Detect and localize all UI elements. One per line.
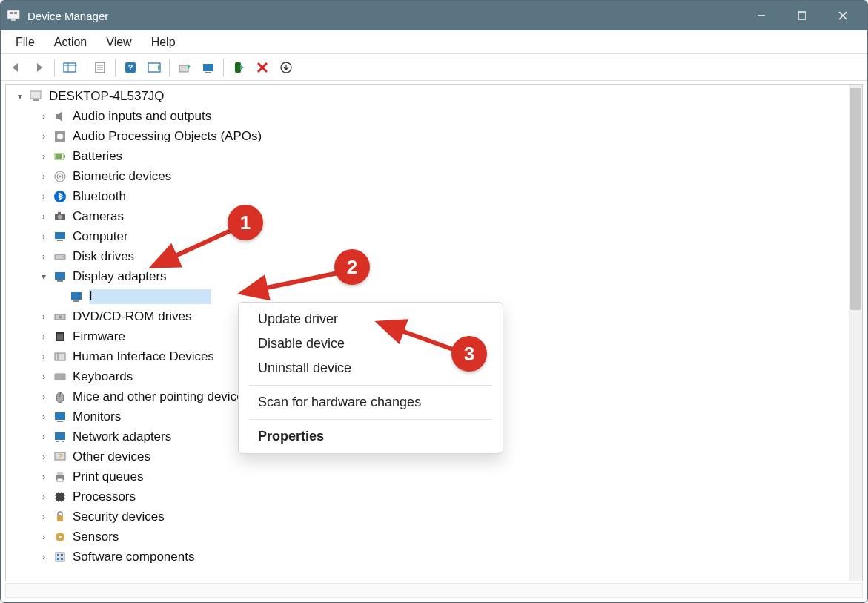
collapse-arrow-icon[interactable]: ▾: [37, 271, 50, 282]
printer-icon: [52, 469, 68, 485]
uninstall-device-button[interactable]: [198, 57, 219, 78]
expand-arrow-icon[interactable]: ›: [37, 352, 50, 362]
svg-rect-27: [33, 99, 39, 101]
expand-arrow-icon[interactable]: ›: [37, 392, 50, 402]
svg-rect-3: [14, 12, 17, 14]
properties-button[interactable]: [90, 57, 110, 78]
expand-arrow-icon[interactable]: ›: [37, 412, 50, 422]
tree-category-label: Print queues: [73, 469, 143, 484]
expand-arrow-icon[interactable]: ›: [37, 332, 50, 342]
back-button[interactable]: [5, 57, 26, 78]
tree-category[interactable]: › Audio Processing Objects (APOs): [10, 126, 847, 146]
expand-arrow-icon[interactable]: ›: [37, 111, 50, 122]
expand-arrow-icon[interactable]: ›: [37, 552, 50, 562]
update-driver-button[interactable]: [174, 57, 195, 78]
expand-arrow-icon[interactable]: ›: [37, 231, 50, 242]
expand-arrow-icon[interactable]: ›: [37, 532, 50, 542]
svg-rect-26: [30, 91, 41, 99]
svg-rect-61: [57, 421, 63, 422]
expand-arrow-icon[interactable]: ›: [37, 211, 50, 222]
menubar: File Action View Help: [1, 30, 867, 54]
menu-view[interactable]: View: [97, 33, 140, 52]
minimize-button[interactable]: [741, 1, 781, 30]
disable-device-button[interactable]: [252, 57, 273, 78]
menu-action[interactable]: Action: [45, 33, 96, 52]
help-button[interactable]: ?: [120, 57, 141, 78]
context-menu-separator: [249, 385, 492, 386]
svg-rect-85: [57, 558, 59, 560]
tree-category[interactable]: › Computer: [10, 226, 847, 246]
tree-category-label: Firmware: [73, 329, 125, 344]
tree-category[interactable]: › Disk drives: [10, 246, 847, 266]
expand-arrow-icon[interactable]: ›: [37, 191, 50, 202]
expand-arrow-icon[interactable]: ▾: [13, 91, 27, 102]
tree-category[interactable]: › Batteries: [10, 146, 847, 166]
tree-category-label: Batteries: [73, 149, 122, 164]
down-arrow-button[interactable]: [276, 57, 296, 78]
expand-arrow-icon[interactable]: ›: [37, 372, 50, 382]
expand-arrow-icon[interactable]: ›: [37, 452, 50, 462]
annotation-arrow-2: [231, 269, 349, 303]
svg-rect-20: [203, 64, 213, 71]
expand-arrow-icon[interactable]: ›: [37, 512, 50, 522]
tree-category[interactable]: › Bluetooth: [10, 186, 847, 206]
tree-device-label: I: [89, 289, 211, 304]
context-menu-scan-hardware[interactable]: Scan for hardware changes: [239, 390, 503, 415]
tree-category[interactable]: › Biometric devices: [10, 166, 847, 186]
tree-category-label: Software components: [73, 550, 194, 564]
computer-icon: [52, 228, 68, 245]
toolbar-separator: [115, 59, 116, 76]
tree-category-display-adapters[interactable]: ▾ Display adapters: [10, 266, 847, 286]
tree-category[interactable]: › Sensors: [10, 527, 847, 547]
tree-category[interactable]: › Software components: [10, 547, 847, 567]
tree-root[interactable]: ▾ DESKTOP-4L537JQ: [10, 86, 847, 106]
tree-category-label: Disk drives: [73, 249, 134, 264]
menu-file[interactable]: File: [7, 33, 44, 52]
svg-rect-83: [57, 554, 59, 556]
tree-category[interactable]: › Processors: [10, 487, 847, 507]
tree-category-label: DVD/CD-ROM drives: [73, 309, 192, 324]
svg-rect-0: [7, 10, 19, 19]
tree-category-label: Bluetooth: [73, 189, 126, 204]
svg-line-87: [153, 231, 231, 266]
forward-button[interactable]: [29, 57, 50, 78]
expand-arrow-icon[interactable]: ›: [37, 151, 50, 162]
svg-rect-68: [57, 472, 63, 475]
enable-device-button[interactable]: [228, 57, 249, 78]
svg-rect-62: [55, 432, 65, 440]
svg-rect-22: [235, 62, 241, 73]
scrollbar-thumb[interactable]: [850, 88, 861, 310]
tree-category[interactable]: › Security devices: [10, 507, 847, 527]
show-hide-tree-button[interactable]: [59, 57, 80, 78]
vertical-scrollbar[interactable]: [849, 85, 862, 581]
tree-category[interactable]: › Audio inputs and outputs: [10, 106, 847, 126]
tree-category[interactable]: › Print queues: [10, 467, 847, 487]
scan-hardware-button[interactable]: [144, 57, 165, 78]
dvd-icon: [52, 309, 68, 325]
svg-rect-60: [55, 412, 65, 420]
expand-arrow-icon[interactable]: ›: [37, 432, 50, 442]
expand-arrow-icon[interactable]: ›: [37, 472, 50, 482]
svg-line-89: [379, 323, 453, 349]
svg-rect-5: [798, 12, 806, 19]
tree-category-label: Network adapters: [73, 429, 171, 444]
svg-rect-2: [10, 12, 13, 14]
expand-arrow-icon[interactable]: ›: [37, 492, 50, 502]
tree-category[interactable]: › Cameras: [10, 206, 847, 226]
menu-help[interactable]: Help: [142, 33, 185, 52]
svg-text:?: ?: [58, 452, 62, 460]
close-button[interactable]: [822, 1, 863, 30]
annotation-marker-label: 2: [347, 256, 357, 279]
context-menu-properties[interactable]: Properties: [239, 424, 503, 449]
svg-rect-31: [64, 155, 65, 158]
svg-rect-8: [64, 63, 76, 72]
expand-arrow-icon[interactable]: ›: [37, 312, 50, 322]
display-adapter-icon: [52, 268, 68, 285]
firmware-icon: [52, 329, 68, 345]
tree-category-label: Monitors: [73, 409, 121, 424]
expand-arrow-icon[interactable]: ›: [37, 131, 50, 142]
expand-arrow-icon[interactable]: ›: [37, 251, 50, 262]
maximize-button[interactable]: [781, 1, 822, 30]
tree-category-label: Biometric devices: [73, 169, 171, 184]
expand-arrow-icon[interactable]: ›: [37, 171, 50, 182]
